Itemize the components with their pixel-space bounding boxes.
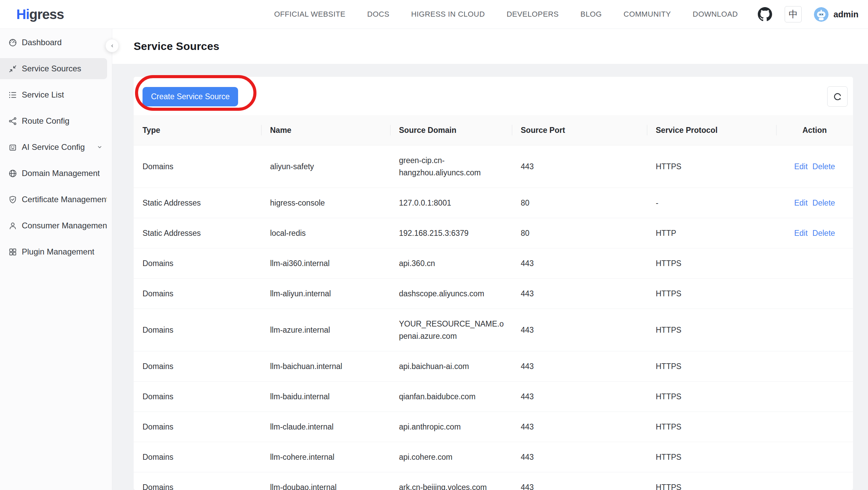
table-row: Domainsllm-cohere.internalapi.cohere.com…	[134, 442, 853, 472]
username-label: admin	[833, 10, 858, 19]
nav-docs[interactable]: DOCS	[367, 10, 389, 19]
sidebar-collapse-button[interactable]	[105, 39, 119, 52]
column-header-source-port: Source Port	[512, 126, 647, 135]
route-config-icon	[8, 117, 17, 126]
table-row: Domainsllm-azure.internalYOUR_RESOURCE_N…	[134, 309, 853, 351]
refresh-button[interactable]	[827, 86, 848, 107]
sidebar-item-certificate-management[interactable]: Certificate Management	[0, 189, 107, 210]
sidebar-item-dashboard[interactable]: Dashboard	[0, 32, 107, 53]
sidebar-item-consumer-management[interactable]: Consumer Management	[0, 215, 107, 236]
table-row: Domainsllm-aliyun.internaldashscope.aliy…	[134, 279, 853, 309]
cell-source-domain: api.anthropic.com	[390, 412, 512, 442]
nav-higress-in-cloud[interactable]: HIGRESS IN CLOUD	[411, 10, 485, 19]
dashboard-icon	[8, 38, 17, 47]
sidebar-item-route-config[interactable]: Route Config	[0, 110, 107, 132]
logo-text-hi: Hi	[16, 7, 29, 22]
cell-action	[776, 285, 853, 302]
sidebar-menu: DashboardService SourcesService ListRout…	[0, 32, 112, 262]
cell-action	[776, 321, 853, 339]
cell-service-protocol: HTTP	[647, 218, 776, 248]
sidebar-item-ai-service-config[interactable]: AI Service Config	[0, 137, 107, 158]
cell-service-protocol: HTTPS	[647, 152, 776, 181]
cell-name: local-redis	[261, 218, 390, 248]
sidebar-item-plugin-management[interactable]: Plugin Management	[0, 241, 107, 262]
sidebar-item-label: Service Sources	[22, 64, 81, 73]
cell-service-protocol: HTTPS	[647, 412, 776, 442]
service-sources-table: TypeNameSource DomainSource PortService …	[134, 115, 853, 490]
sidebar-item-label: Plugin Management	[22, 247, 94, 257]
edit-link[interactable]: Edit	[794, 162, 808, 171]
cell-source-domain: green-cip.cn-hangzhou.aliyuncs.com	[390, 145, 512, 188]
cell-service-protocol: HTTPS	[647, 442, 776, 472]
domain-management-icon	[8, 169, 17, 178]
top-nav: OFFICIAL WEBSITEDOCSHIGRESS IN CLOUDDEVE…	[274, 10, 738, 19]
table-row: Domainsllm-doubao.internalark.cn-beijing…	[134, 472, 853, 490]
app-root: Higress OFFICIAL WEBSITEDOCSHIGRESS IN C…	[0, 0, 868, 490]
cell-source-port: 443	[512, 152, 647, 181]
nav-official-website[interactable]: OFFICIAL WEBSITE	[274, 10, 346, 19]
cell-action	[776, 357, 853, 375]
edit-link[interactable]: Edit	[794, 198, 808, 207]
page-title: Service Sources	[134, 40, 219, 53]
service-list-icon	[8, 90, 17, 100]
cell-type: Domains	[134, 412, 261, 442]
cell-source-domain: api.cohere.com	[390, 442, 512, 472]
cell-name: higress-console	[261, 188, 390, 218]
table-row: Domainsllm-baidu.internalqianfan.baidubc…	[134, 382, 853, 412]
cell-source-domain: YOUR_RESOURCE_NAME.openai.azure.com	[390, 309, 512, 351]
cell-type: Domains	[134, 152, 261, 181]
table-row: Static Addresseslocal-redis192.168.215.3…	[134, 218, 853, 248]
cell-name: llm-doubao.internal	[261, 472, 390, 490]
cell-name: llm-azure.internal	[261, 315, 390, 345]
delete-link[interactable]: Delete	[813, 229, 835, 238]
table-body: Domainsaliyun-safetygreen-cip.cn-hangzho…	[134, 145, 853, 490]
cell-source-port: 443	[512, 472, 647, 490]
cell-action	[776, 388, 853, 405]
nav-developers[interactable]: DEVELOPERS	[506, 10, 558, 19]
cell-source-domain: qianfan.baidubce.com	[390, 382, 512, 412]
language-toggle-button[interactable]: 中	[785, 6, 802, 22]
table-row: Domainsaliyun-safetygreen-cip.cn-hangzho…	[134, 145, 853, 188]
table-header: TypeNameSource DomainSource PortService …	[134, 115, 853, 145]
cell-name: llm-claude.internal	[261, 412, 390, 442]
main-layout: DashboardService SourcesService ListRout…	[0, 29, 868, 490]
service-sources-card: Create Service Source TypeNameSource Dom…	[134, 77, 853, 490]
top-navbar: Higress OFFICIAL WEBSITEDOCSHIGRESS IN C…	[0, 0, 868, 29]
cell-name: llm-baidu.internal	[261, 382, 390, 412]
create-service-source-button[interactable]: Create Service Source	[143, 87, 238, 106]
cell-type: Domains	[134, 382, 261, 412]
cell-action	[776, 448, 853, 466]
github-icon[interactable]	[757, 7, 772, 22]
cell-type: Domains	[134, 315, 261, 345]
user-menu[interactable]: admin	[814, 7, 858, 22]
plugin-management-icon	[8, 247, 17, 257]
top-actions: 中 admin	[757, 6, 858, 22]
cell-name: llm-ai360.internal	[261, 248, 390, 278]
cell-source-port: 443	[512, 351, 647, 381]
page-header: Service Sources	[112, 29, 868, 64]
column-header-type: Type	[134, 126, 261, 135]
reload-icon	[832, 91, 843, 102]
cell-service-protocol: HTTPS	[647, 351, 776, 381]
higress-logo[interactable]: Higress	[16, 7, 64, 22]
cell-type: Domains	[134, 351, 261, 381]
delete-link[interactable]: Delete	[813, 162, 835, 171]
service-sources-icon	[8, 64, 17, 73]
nav-download[interactable]: DOWNLOAD	[693, 10, 738, 19]
sidebar-item-label: Domain Management	[22, 169, 100, 178]
sidebar-item-service-list[interactable]: Service List	[0, 84, 107, 105]
cell-type: Static Addresses	[134, 188, 261, 218]
nav-community[interactable]: COMMUNITY	[623, 10, 671, 19]
sidebar-item-service-sources[interactable]: Service Sources	[0, 58, 107, 79]
cell-type: Domains	[134, 279, 261, 309]
avatar	[814, 7, 829, 22]
table-row: Domainsllm-ai360.internalapi.360.cn443HT…	[134, 248, 853, 279]
cell-service-protocol: HTTPS	[647, 279, 776, 309]
nav-blog[interactable]: BLOG	[581, 10, 602, 19]
delete-link[interactable]: Delete	[813, 198, 835, 207]
page-body: Create Service Source TypeNameSource Dom…	[112, 64, 868, 490]
cell-source-port: 443	[512, 279, 647, 309]
edit-link[interactable]: Edit	[794, 229, 808, 238]
cell-name: llm-cohere.internal	[261, 442, 390, 472]
sidebar-item-domain-management[interactable]: Domain Management	[0, 163, 107, 184]
